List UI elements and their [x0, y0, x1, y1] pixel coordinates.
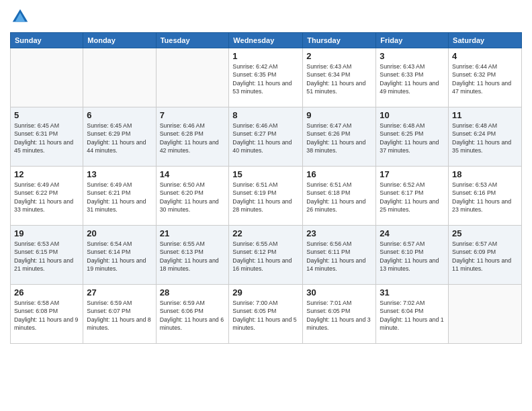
- day-number: 16: [306, 169, 372, 179]
- day-number: 7: [160, 110, 226, 120]
- day-cell-20: 20Sunrise: 6:54 AMSunset: 6:14 PMDayligh…: [83, 226, 156, 285]
- day-header-monday: Monday: [83, 33, 156, 48]
- week-row-3: 12Sunrise: 6:49 AMSunset: 6:22 PMDayligh…: [11, 167, 522, 226]
- day-number: 12: [14, 169, 79, 179]
- day-info: Sunrise: 6:58 AMSunset: 6:08 PMDaylight:…: [14, 299, 79, 332]
- day-info: Sunrise: 7:02 AMSunset: 6:04 PMDaylight:…: [380, 299, 445, 332]
- day-number: 20: [87, 228, 152, 238]
- day-number: 10: [380, 110, 445, 120]
- day-info: Sunrise: 6:44 AMSunset: 6:32 PMDaylight:…: [452, 62, 518, 95]
- day-info: Sunrise: 6:52 AMSunset: 6:17 PMDaylight:…: [380, 181, 445, 214]
- day-info: Sunrise: 6:53 AMSunset: 6:16 PMDaylight:…: [452, 181, 518, 214]
- day-cell-15: 15Sunrise: 6:51 AMSunset: 6:19 PMDayligh…: [229, 167, 303, 226]
- day-number: 14: [160, 169, 226, 179]
- day-cell-24: 24Sunrise: 6:57 AMSunset: 6:10 PMDayligh…: [376, 226, 449, 285]
- day-number: 26: [14, 287, 79, 298]
- day-cell-2: 2Sunrise: 6:43 AMSunset: 6:34 PMDaylight…: [303, 48, 376, 107]
- day-number: 30: [306, 287, 372, 298]
- day-number: 19: [14, 228, 79, 238]
- day-number: 8: [232, 110, 299, 120]
- week-row-4: 19Sunrise: 6:53 AMSunset: 6:15 PMDayligh…: [11, 226, 522, 285]
- day-cell-10: 10Sunrise: 6:48 AMSunset: 6:25 PMDayligh…: [376, 107, 449, 167]
- day-info: Sunrise: 6:49 AMSunset: 6:21 PMDaylight:…: [87, 181, 152, 214]
- day-cell-28: 28Sunrise: 6:59 AMSunset: 6:06 PMDayligh…: [156, 285, 229, 344]
- day-cell-12: 12Sunrise: 6:49 AMSunset: 6:22 PMDayligh…: [11, 167, 83, 226]
- day-number: 4: [452, 51, 518, 61]
- day-number: 23: [306, 228, 372, 238]
- day-header-sunday: Sunday: [11, 33, 83, 48]
- day-number: 9: [306, 110, 372, 120]
- day-number: 5: [14, 110, 79, 120]
- day-header-friday: Friday: [376, 33, 449, 48]
- logo: [10, 7, 33, 27]
- empty-cell: [83, 48, 156, 107]
- day-cell-9: 9Sunrise: 6:47 AMSunset: 6:26 PMDaylight…: [303, 107, 376, 167]
- day-info: Sunrise: 6:51 AMSunset: 6:19 PMDaylight:…: [232, 181, 299, 214]
- day-cell-5: 5Sunrise: 6:45 AMSunset: 6:31 PMDaylight…: [11, 107, 83, 167]
- week-row-2: 5Sunrise: 6:45 AMSunset: 6:31 PMDaylight…: [11, 107, 522, 167]
- day-cell-3: 3Sunrise: 6:43 AMSunset: 6:33 PMDaylight…: [376, 48, 449, 107]
- day-number: 24: [380, 228, 445, 238]
- day-number: 13: [87, 169, 152, 179]
- empty-cell: [11, 48, 83, 107]
- day-info: Sunrise: 6:57 AMSunset: 6:09 PMDaylight:…: [452, 240, 518, 273]
- day-cell-27: 27Sunrise: 6:59 AMSunset: 6:07 PMDayligh…: [83, 285, 156, 344]
- day-info: Sunrise: 6:45 AMSunset: 6:31 PMDaylight:…: [14, 122, 79, 154]
- day-info: Sunrise: 6:50 AMSunset: 6:20 PMDaylight:…: [160, 181, 226, 214]
- day-header-wednesday: Wednesday: [229, 33, 303, 48]
- day-info: Sunrise: 6:57 AMSunset: 6:10 PMDaylight:…: [380, 240, 445, 273]
- day-cell-19: 19Sunrise: 6:53 AMSunset: 6:15 PMDayligh…: [11, 226, 83, 285]
- day-info: Sunrise: 6:54 AMSunset: 6:14 PMDaylight:…: [87, 240, 152, 273]
- day-cell-17: 17Sunrise: 6:52 AMSunset: 6:17 PMDayligh…: [376, 167, 449, 226]
- day-info: Sunrise: 6:46 AMSunset: 6:27 PMDaylight:…: [232, 122, 299, 154]
- empty-cell: [156, 48, 229, 107]
- day-cell-8: 8Sunrise: 6:46 AMSunset: 6:27 PMDaylight…: [229, 107, 303, 167]
- header-row: SundayMondayTuesdayWednesdayThursdayFrid…: [11, 33, 522, 48]
- day-cell-4: 4Sunrise: 6:44 AMSunset: 6:32 PMDaylight…: [449, 48, 522, 107]
- day-info: Sunrise: 6:55 AMSunset: 6:12 PMDaylight:…: [232, 240, 299, 273]
- day-number: 21: [160, 228, 226, 238]
- page: SundayMondayTuesdayWednesdayThursdayFrid…: [0, 0, 532, 411]
- day-cell-1: 1Sunrise: 6:42 AMSunset: 6:35 PMDaylight…: [229, 48, 303, 107]
- day-header-saturday: Saturday: [449, 33, 522, 48]
- week-row-5: 26Sunrise: 6:58 AMSunset: 6:08 PMDayligh…: [11, 285, 522, 344]
- day-info: Sunrise: 6:55 AMSunset: 6:13 PMDaylight:…: [160, 240, 226, 273]
- day-info: Sunrise: 6:49 AMSunset: 6:22 PMDaylight:…: [14, 181, 79, 214]
- day-cell-13: 13Sunrise: 6:49 AMSunset: 6:21 PMDayligh…: [83, 167, 156, 226]
- day-info: Sunrise: 6:53 AMSunset: 6:15 PMDaylight:…: [14, 240, 79, 273]
- day-number: 29: [232, 287, 299, 298]
- day-cell-6: 6Sunrise: 6:45 AMSunset: 6:29 PMDaylight…: [83, 107, 156, 167]
- day-info: Sunrise: 6:46 AMSunset: 6:28 PMDaylight:…: [160, 122, 226, 154]
- day-cell-11: 11Sunrise: 6:48 AMSunset: 6:24 PMDayligh…: [449, 107, 522, 167]
- day-number: 2: [306, 51, 372, 61]
- day-number: 28: [160, 287, 226, 298]
- day-info: Sunrise: 6:43 AMSunset: 6:34 PMDaylight:…: [306, 62, 372, 95]
- day-number: 3: [380, 51, 445, 61]
- day-cell-14: 14Sunrise: 6:50 AMSunset: 6:20 PMDayligh…: [156, 167, 229, 226]
- day-cell-30: 30Sunrise: 7:01 AMSunset: 6:05 PMDayligh…: [303, 285, 376, 344]
- day-info: Sunrise: 6:42 AMSunset: 6:35 PMDaylight:…: [232, 62, 299, 95]
- day-number: 31: [380, 287, 445, 298]
- day-info: Sunrise: 6:56 AMSunset: 6:11 PMDaylight:…: [306, 240, 372, 273]
- day-info: Sunrise: 6:59 AMSunset: 6:07 PMDaylight:…: [87, 299, 152, 332]
- day-number: 1: [232, 51, 299, 61]
- day-number: 6: [87, 110, 152, 120]
- header: [10, 7, 522, 27]
- day-info: Sunrise: 6:51 AMSunset: 6:18 PMDaylight:…: [306, 181, 372, 214]
- day-number: 11: [452, 110, 518, 120]
- day-cell-18: 18Sunrise: 6:53 AMSunset: 6:16 PMDayligh…: [449, 167, 522, 226]
- day-header-tuesday: Tuesday: [156, 33, 229, 48]
- day-number: 18: [452, 169, 518, 179]
- calendar-table: SundayMondayTuesdayWednesdayThursdayFrid…: [10, 32, 522, 344]
- day-number: 15: [232, 169, 299, 179]
- day-cell-31: 31Sunrise: 7:02 AMSunset: 6:04 PMDayligh…: [376, 285, 449, 344]
- day-cell-21: 21Sunrise: 6:55 AMSunset: 6:13 PMDayligh…: [156, 226, 229, 285]
- day-info: Sunrise: 7:01 AMSunset: 6:05 PMDaylight:…: [306, 299, 372, 332]
- day-info: Sunrise: 7:00 AMSunset: 6:05 PMDaylight:…: [232, 299, 299, 332]
- day-number: 22: [232, 228, 299, 238]
- day-info: Sunrise: 6:45 AMSunset: 6:29 PMDaylight:…: [87, 122, 152, 154]
- day-info: Sunrise: 6:47 AMSunset: 6:26 PMDaylight:…: [306, 122, 372, 154]
- day-cell-29: 29Sunrise: 7:00 AMSunset: 6:05 PMDayligh…: [229, 285, 303, 344]
- day-info: Sunrise: 6:48 AMSunset: 6:24 PMDaylight:…: [452, 122, 518, 154]
- day-info: Sunrise: 6:48 AMSunset: 6:25 PMDaylight:…: [380, 122, 445, 154]
